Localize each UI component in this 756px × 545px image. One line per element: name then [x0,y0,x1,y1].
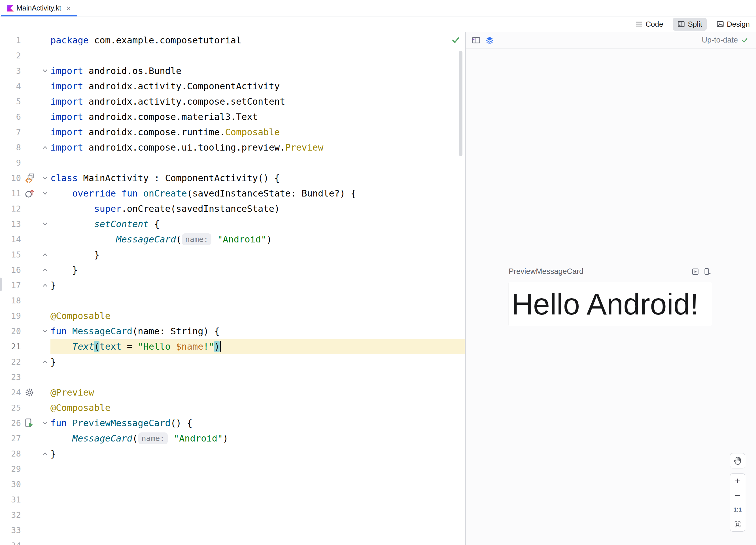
code-token: PreviewMessageCard [72,418,171,429]
split-view-button[interactable]: Split [673,18,707,31]
design-view-label: Design [727,20,750,29]
line-number: 31 [0,495,22,504]
code-token: androidx.activity.compose.setContent [83,96,285,107]
fold-marker-up[interactable] [41,251,49,258]
editor-line: 10class MainActivity : ComponentActivity… [0,170,465,186]
pan-button[interactable] [730,453,745,468]
code-token: ( [176,234,181,245]
code-line[interactable]: import android.os.Bundle [50,63,465,78]
code-line[interactable]: } [50,247,465,262]
code-line[interactable]: import androidx.compose.ui.tooling.previ… [50,140,465,155]
editor-line: 31 [0,492,465,507]
inspection-check-icon[interactable] [451,35,461,45]
code-token: import [50,96,83,107]
zoom-in-button[interactable]: + [730,474,745,488]
code-area[interactable]: 1package com.example.composetutorial23im… [0,32,465,545]
code-line[interactable]: @Composable [50,400,465,415]
editor-line: 18 [0,293,465,308]
code-view-icon [635,20,643,28]
override-method-icon[interactable] [24,188,35,198]
editor-line: 34 [0,538,465,545]
editor-mode-toolbar: Code Split Design [0,16,756,32]
related-files-icon[interactable] [24,173,35,183]
preview-status-text: Up-to-date [702,36,738,44]
code-line[interactable]: MessageCard(name: "Android") [50,232,465,247]
fold-marker-down[interactable] [41,419,49,427]
code-line[interactable]: super.onCreate(savedInstanceState) [50,201,465,216]
left-stripe-handle[interactable] [0,278,2,291]
editor-line: 8import androidx.compose.ui.tooling.prev… [0,140,465,155]
parameter-hint-pill[interactable]: name: [138,432,167,444]
tab-mainactivity[interactable]: MainActivity.kt [1,0,77,16]
code-token [50,218,94,229]
code-editor[interactable]: 1package com.example.composetutorial23im… [0,32,465,545]
code-line[interactable]: class MainActivity : ComponentActivity()… [50,170,465,186]
fold-marker-up[interactable] [41,282,49,289]
preview-canvas[interactable]: PreviewMessageCard Hello Android! + − 1:… [466,48,756,545]
layers-icon[interactable] [485,36,494,45]
code-view-label: Code [645,20,663,29]
code-line[interactable]: import androidx.compose.runtime.Composab… [50,124,465,140]
code-line[interactable]: import androidx.activity.compose.setCont… [50,94,465,109]
code-line[interactable]: fun MessageCard(name: String) { [50,324,465,339]
code-token: class [50,173,78,183]
line-number: 4 [0,81,22,91]
close-icon[interactable] [66,5,71,11]
code-token: (name: String) { [132,326,220,337]
fold-marker-down[interactable] [41,190,49,197]
code-line[interactable]: fun PreviewMessageCard() { [50,415,465,431]
line-number: 10 [0,173,22,183]
code-line[interactable]: MessageCard(name: "Android") [50,431,465,446]
code-line[interactable]: } [50,278,465,293]
run-preview-icon[interactable] [24,418,35,428]
android-studio-editor-window: MainActivity.kt Code Split Design 1packa… [0,0,756,545]
code-line[interactable]: import androidx.activity.ComponentActivi… [50,78,465,94]
code-line[interactable]: } [50,354,465,370]
fold-marker-down[interactable] [41,67,49,75]
code-token [50,203,94,214]
code-token: @Preview [50,387,94,398]
ui-check-icon[interactable] [472,36,481,45]
code-view-button[interactable]: Code [635,18,663,31]
active-tab-indicator [1,15,77,16]
gear-icon[interactable] [24,387,35,398]
code-line[interactable]: } [50,262,465,278]
code-line[interactable]: override fun onCreate(savedInstanceState… [50,186,465,201]
fold-marker-up[interactable] [41,144,49,151]
code-line[interactable]: Text(text = "Hello $name!") [50,339,465,354]
code-line[interactable]: setContent { [50,216,465,232]
code-line[interactable]: package com.example.composetutorial [50,33,465,48]
code-line[interactable]: @Preview [50,385,465,400]
code-token: ) [266,234,272,245]
zoom-actual-button[interactable]: 1:1 [730,502,745,517]
design-view-button[interactable]: Design [716,18,750,31]
code-token: () { [171,418,192,429]
parameter-hint-pill[interactable]: name: [182,233,211,245]
code-token: "Android" [217,234,266,245]
run-on-device-icon[interactable] [703,268,711,276]
preview-card-title[interactable]: PreviewMessageCard [509,267,687,276]
fold-marker-down[interactable] [41,328,49,335]
code-line[interactable]: import androidx.compose.material3.Text [50,109,465,124]
code-token: import [50,65,83,76]
code-line[interactable]: } [50,446,465,461]
line-number: 15 [0,250,22,259]
line-number: 21 [0,342,22,351]
editor-scrollbar[interactable] [459,51,462,156]
code-line[interactable]: @Composable [50,308,465,324]
line-number: 8 [0,143,22,152]
interactive-preview-icon[interactable] [691,268,699,276]
zoom-out-button[interactable]: − [730,488,745,502]
zoom-fit-button[interactable] [730,517,745,531]
fold-gutter [40,251,50,258]
fold-marker-up[interactable] [41,266,49,274]
preview-frame[interactable]: Hello Android! [509,283,711,325]
fold-marker-down[interactable] [41,174,49,182]
gutter-icons [22,418,40,428]
fold-marker-up[interactable] [41,358,49,366]
editor-line: 20fun MessageCard(name: String) { [0,324,465,339]
fold-gutter [40,67,50,75]
fold-marker-up[interactable] [41,450,49,457]
fold-marker-down[interactable] [41,220,49,228]
code-token [168,433,174,444]
